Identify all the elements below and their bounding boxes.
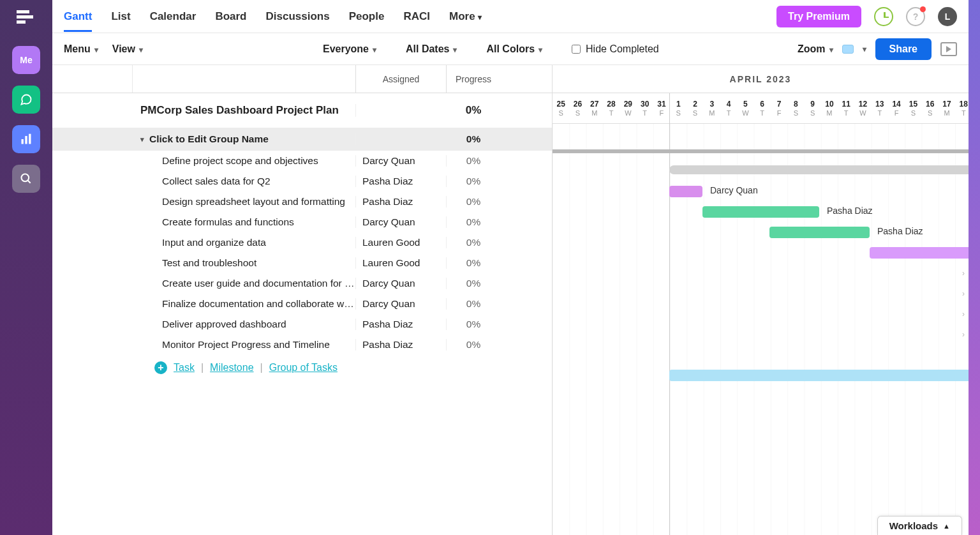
filter-all-dates[interactable]: All Dates [406, 43, 457, 55]
calendar-day[interactable]: 7F [771, 93, 787, 123]
calendar-day[interactable]: 9S [804, 93, 820, 123]
calendar-day[interactable]: 10M [821, 93, 838, 123]
chevron-right-icon[interactable]: › [962, 289, 965, 298]
tab-people[interactable]: People [349, 2, 385, 31]
menu-dropdown[interactable]: Menu [64, 43, 98, 55]
svg-rect-4 [25, 136, 27, 144]
calendar-day[interactable]: 13T [872, 93, 888, 123]
group-progress: 0% [447, 133, 500, 145]
share-button[interactable]: Share [875, 38, 932, 60]
plus-icon[interactable]: + [154, 361, 167, 374]
rail-reports-button[interactable] [12, 125, 40, 153]
group-summary-bar[interactable] [669, 165, 969, 174]
view-dropdown[interactable]: View [112, 43, 143, 55]
chevron-down-icon[interactable]: ▾ [863, 45, 866, 54]
rail-me-button[interactable]: Me [12, 46, 40, 74]
calendar-day[interactable]: 16S [922, 93, 939, 123]
calendar-day[interactable]: 26S [569, 93, 586, 123]
user-avatar[interactable]: L [938, 7, 957, 26]
tab-more[interactable]: More▾ [449, 2, 482, 31]
app-logo-icon[interactable] [15, 6, 37, 28]
tab-gantt[interactable]: Gantt [64, 2, 92, 31]
calendar-day[interactable]: 27M [586, 93, 603, 123]
rail-search-button[interactable] [12, 165, 40, 193]
calendar-day[interactable]: 15S [905, 93, 921, 123]
calendar-day[interactable]: 1S [670, 93, 687, 123]
calendar-day[interactable]: 18T [955, 93, 969, 123]
task-row[interactable]: Design spreadsheet layout and formatting… [52, 192, 552, 212]
task-row[interactable]: Create user guide and documentation for … [52, 273, 552, 294]
tab-raci[interactable]: RACI [403, 2, 430, 31]
workloads-label: Workloads [889, 520, 938, 531]
task-row[interactable]: Deliver approved dashboardPasha Diaz0% [52, 314, 552, 335]
project-row[interactable]: PMCorp Sales Dashboard Project Plan 0% [52, 93, 552, 128]
task-bar[interactable]: Pasha Diaz [769, 227, 870, 238]
task-row[interactable]: Finalize documentation and collaborate w… [52, 294, 552, 314]
present-icon[interactable] [940, 42, 957, 56]
rail-chat-button[interactable] [12, 86, 40, 114]
calendar-day[interactable]: 31F [653, 93, 670, 123]
workloads-panel-toggle[interactable]: Workloads ▲ [877, 516, 962, 535]
task-bar[interactable] [669, 370, 969, 381]
task-row[interactable]: Test and troubleshootLauren Good0% [52, 253, 552, 273]
hide-completed-checkbox[interactable] [572, 45, 581, 54]
calendar-day[interactable]: 29W [620, 93, 636, 123]
gantt-task-row: Pasha Diaz [553, 222, 969, 243]
task-bar[interactable]: Darcy Quan [669, 186, 702, 197]
chevron-down-icon: ▾ [478, 13, 482, 22]
caret-up-icon: ▲ [943, 522, 950, 530]
try-premium-button[interactable]: Try Premium [776, 6, 861, 27]
add-group-link[interactable]: Group of Tasks [269, 362, 338, 373]
calendar-day[interactable]: 5W [737, 93, 754, 123]
chevron-right-icon[interactable]: › [962, 330, 965, 339]
add-milestone-link[interactable]: Milestone [210, 362, 253, 373]
right-scrollbar[interactable] [969, 0, 980, 535]
task-row[interactable]: Monitor Project Progress and TimelinePas… [52, 335, 552, 355]
calendar-day[interactable]: 4T [720, 93, 737, 123]
avatar-initial: L [945, 11, 951, 22]
app-rail: Me [0, 0, 52, 535]
tab-board[interactable]: Board [215, 2, 246, 31]
help-icon[interactable]: ? [906, 7, 925, 26]
task-bar[interactable]: Pasha Diaz [702, 206, 819, 218]
col-assigned[interactable]: Assigned [356, 65, 447, 93]
task-row[interactable]: Define project scope and objectivesDarcy… [52, 151, 552, 171]
project-summary-bar[interactable] [553, 149, 969, 153]
add-item-row: + Task | Milestone | Group of Tasks [52, 355, 552, 374]
task-name: Test and troubleshoot [162, 257, 256, 269]
filter-all-colors[interactable]: All Colors [486, 43, 542, 55]
calendar-day[interactable]: 12W [854, 93, 871, 123]
group-name[interactable]: Click to Edit Group Name [149, 133, 269, 145]
clock-icon[interactable] [874, 7, 893, 26]
filter-everyone[interactable]: Everyone [323, 43, 376, 55]
tab-list[interactable]: List [111, 2, 130, 31]
gantt-chart[interactable]: APRIL 2023 25S26S27M28T29W30T31F1S2S3M4T… [553, 65, 969, 535]
calendar-day[interactable]: 3M [704, 93, 720, 123]
col-progress[interactable]: Progress [447, 65, 500, 93]
zoom-dropdown[interactable]: Zoom [798, 43, 833, 55]
task-row[interactable]: Input and organize dataLauren Good0% [52, 232, 552, 253]
calendar-day[interactable]: 30T [636, 93, 653, 123]
calendar-day[interactable]: 11T [838, 93, 854, 123]
zoom-level-swatch[interactable] [842, 45, 854, 54]
hide-completed-toggle[interactable]: Hide Completed [572, 43, 659, 55]
chevron-right-icon[interactable]: › [962, 269, 965, 278]
tab-calendar[interactable]: Calendar [150, 2, 197, 31]
calendar-day[interactable]: 8S [787, 93, 804, 123]
calendar-day[interactable]: 2S [687, 93, 703, 123]
calendar-day[interactable]: 25S [553, 93, 569, 123]
calendar-day[interactable]: 28T [603, 93, 620, 123]
calendar-day[interactable]: 6T [754, 93, 771, 123]
task-row[interactable]: Collect sales data for Q2Pasha Diaz0% [52, 171, 552, 192]
caret-down-icon[interactable]: ▾ [140, 135, 144, 144]
tab-discussions[interactable]: Discussions [266, 2, 330, 31]
calendar-day[interactable]: 14F [888, 93, 905, 123]
group-row[interactable]: ▾Click to Edit Group Name 0% [52, 128, 552, 151]
calendar-day[interactable]: 17M [939, 93, 955, 123]
task-assigned: Lauren Good [356, 257, 447, 269]
task-bar[interactable]: D [870, 247, 969, 259]
chevron-right-icon[interactable]: › [962, 310, 965, 319]
add-task-link[interactable]: Task [174, 362, 195, 373]
gantt-task-row: › [553, 283, 969, 304]
task-row[interactable]: Create formulas and functionsDarcy Quan0… [52, 212, 552, 232]
